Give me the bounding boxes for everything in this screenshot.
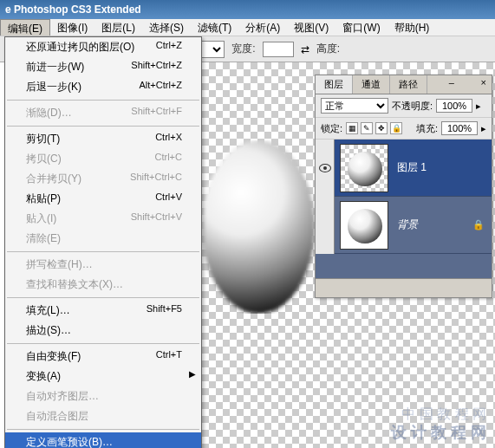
fill-input[interactable] bbox=[441, 121, 478, 135]
lock-position-icon[interactable]: ✥ bbox=[375, 122, 388, 134]
menu-define-brush-preset[interactable]: 定义画笔预设(B)… bbox=[5, 432, 201, 448]
opacity-arrow-icon[interactable]: ▸ bbox=[476, 101, 481, 112]
layer-name[interactable]: 图层 1 bbox=[394, 160, 492, 175]
layer-visibility-toggle[interactable] bbox=[316, 140, 335, 197]
lock-icon: 🔒 bbox=[472, 219, 485, 230]
menu-filter[interactable]: 滤镜(T) bbox=[191, 19, 238, 36]
menu-free-transform[interactable]: 自由变换(F)Ctrl+T bbox=[5, 347, 201, 367]
lock-all-icon[interactable]: 🔒 bbox=[390, 122, 402, 134]
menu-auto-align: 自动对齐图层… bbox=[5, 386, 201, 406]
layer-name[interactable]: 背景 bbox=[394, 218, 472, 232]
menu-select[interactable]: 选择(S) bbox=[142, 19, 191, 36]
menu-clear: 清除(E) bbox=[5, 229, 201, 249]
menu-spell-check: 拼写检查(H)… bbox=[5, 255, 201, 275]
thumbnail-sphere bbox=[348, 209, 382, 243]
menu-undo[interactable]: 还原通过拷贝的图层(O)Ctrl+Z bbox=[5, 37, 201, 57]
layer-thumbnail[interactable] bbox=[340, 201, 388, 250]
panel-close-icon[interactable]: × bbox=[476, 75, 492, 94]
lock-pixels-icon[interactable]: ✎ bbox=[361, 122, 373, 134]
canvas-sphere-artwork bbox=[202, 140, 315, 314]
menu-separator bbox=[7, 343, 199, 344]
menu-cut[interactable]: 剪切(T)Ctrl+X bbox=[5, 129, 201, 149]
width-input[interactable] bbox=[263, 42, 294, 57]
menu-help[interactable]: 帮助(H) bbox=[388, 19, 437, 36]
edit-dropdown-menu: 还原通过拷贝的图层(O)Ctrl+Z 前进一步(W)Shift+Ctrl+Z 后… bbox=[4, 36, 202, 448]
menu-fade: 渐隐(D)…Shift+Ctrl+F bbox=[5, 103, 201, 123]
menu-window[interactable]: 窗口(W) bbox=[335, 19, 387, 36]
menu-edit[interactable]: 编辑(E) bbox=[0, 19, 50, 36]
menu-transform[interactable]: 变换(A)▶ bbox=[5, 367, 201, 386]
blend-row: 正常 不透明度: ▸ bbox=[316, 94, 492, 118]
blend-mode-select[interactable]: 正常 bbox=[321, 98, 388, 114]
menu-find-replace: 查找和替换文本(X)… bbox=[5, 275, 201, 295]
menu-separator bbox=[7, 126, 199, 127]
menu-copy-merged: 合并拷贝(Y)Shift+Ctrl+C bbox=[5, 169, 201, 189]
menu-auto-blend: 自动混合图层 bbox=[5, 406, 201, 426]
menu-separator bbox=[7, 429, 199, 430]
panel-footer bbox=[316, 278, 492, 297]
menu-separator bbox=[7, 100, 199, 101]
width-label: 宽度: bbox=[231, 42, 255, 56]
menu-step-forward[interactable]: 前进一步(W)Shift+Ctrl+Z bbox=[5, 57, 201, 77]
title-bar: e Photoshop CS3 Extended bbox=[0, 0, 495, 19]
layers-list: 图层 1 背景 🔒 bbox=[316, 140, 492, 278]
panel-tabs: 图层 通道 路径 – × bbox=[316, 75, 492, 94]
layers-panel: 图层 通道 路径 – × 正常 不透明度: ▸ 锁定: ▦ ✎ ✥ 🔒 填充: … bbox=[315, 75, 492, 298]
menu-separator bbox=[7, 297, 199, 298]
menu-separator bbox=[7, 251, 199, 252]
menu-paste-into: 贴入(I)Shift+Ctrl+V bbox=[5, 209, 201, 229]
lock-row: 锁定: ▦ ✎ ✥ 🔒 填充: ▸ bbox=[316, 118, 492, 140]
eye-icon bbox=[319, 164, 331, 172]
menu-layer[interactable]: 图层(L) bbox=[94, 19, 142, 36]
layer-row[interactable]: 图层 1 bbox=[316, 140, 492, 197]
submenu-arrow-icon: ▶ bbox=[189, 369, 196, 379]
menu-step-backward[interactable]: 后退一步(K)Alt+Ctrl+Z bbox=[5, 77, 201, 97]
lock-label: 锁定: bbox=[321, 122, 342, 135]
panel-minimize-icon[interactable]: – bbox=[444, 75, 459, 94]
menu-view[interactable]: 视图(V) bbox=[287, 19, 335, 36]
opacity-input[interactable] bbox=[436, 99, 472, 113]
tab-channels[interactable]: 通道 bbox=[353, 75, 390, 94]
menu-bar: 编辑(E) 图像(I) 图层(L) 选择(S) 滤镜(T) 分析(A) 视图(V… bbox=[0, 19, 495, 36]
tab-paths[interactable]: 路径 bbox=[390, 75, 427, 94]
layer-visibility-toggle[interactable] bbox=[316, 197, 335, 254]
menu-fill[interactable]: 填充(L)…Shift+F5 bbox=[5, 301, 201, 321]
swap-icon[interactable]: ⇄ bbox=[301, 43, 309, 55]
tab-layers[interactable]: 图层 bbox=[316, 75, 353, 94]
layer-row[interactable]: 背景 🔒 bbox=[316, 197, 492, 254]
fill-label: 填充: bbox=[416, 122, 438, 135]
app-title: e Photoshop CS3 Extended bbox=[5, 3, 141, 16]
thumbnail-sphere bbox=[348, 152, 382, 186]
menu-paste[interactable]: 粘贴(P)Ctrl+V bbox=[5, 189, 201, 209]
opacity-label: 不透明度: bbox=[392, 100, 433, 113]
menu-copy: 拷贝(C)Ctrl+C bbox=[5, 149, 201, 169]
fill-arrow-icon[interactable]: ▸ bbox=[481, 123, 486, 134]
menu-image[interactable]: 图像(I) bbox=[50, 19, 94, 36]
menu-analysis[interactable]: 分析(A) bbox=[238, 19, 287, 36]
height-label: 高度: bbox=[316, 42, 340, 56]
lock-transparency-icon[interactable]: ▦ bbox=[346, 122, 358, 134]
layer-thumbnail[interactable] bbox=[340, 144, 388, 192]
menu-stroke[interactable]: 描边(S)… bbox=[5, 321, 201, 341]
